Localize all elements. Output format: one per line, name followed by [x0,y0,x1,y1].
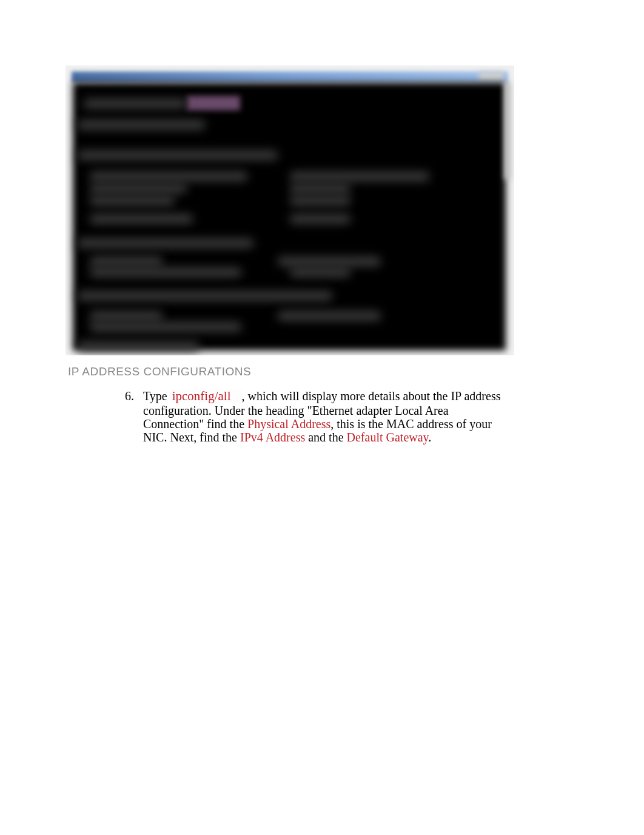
terminal-text-blur [78,120,205,130]
terminal-text-blur [84,99,187,109]
terminal-text-blur [90,322,241,332]
terminal-text-blur [290,214,351,224]
terminal-text-blur [78,238,253,248]
terminal-text-blur [278,311,381,321]
figure-caption: IP ADDRESS CONFIGURATIONS [68,365,251,378]
terminal-text-blur [78,150,278,160]
terminal-text-blur [78,291,332,301]
terminal-text-blur [90,214,193,224]
text-segment: . [428,431,431,444]
terminal-titlebar [72,72,508,82]
term-default-gateway: Default Gateway [347,431,429,444]
terminal-text-blur [90,267,241,277]
step-text: Type ipconfig/all, which will display mo… [143,389,507,444]
text-segment: and the [305,431,346,444]
highlighted-command-box: ipconfig/all [170,389,242,403]
terminal-text-blur [90,184,187,193]
text-segment: Type [143,389,170,403]
terminal-selection-highlight [187,96,240,110]
terminal-text-blur [90,196,175,206]
terminal-text-blur [78,341,199,351]
terminal-screenshot-figure [65,65,514,355]
terminal-text-blur [290,196,351,206]
instruction-step: 6. Type ipconfig/all, which will display… [126,389,507,444]
step-number: 6. [125,389,134,403]
terminal-text-blur [290,267,351,277]
terminal-text-blur [278,257,381,266]
terminal-scrollbar [505,82,511,179]
terminal-text-blur [290,184,351,193]
terminal-text-blur [90,257,163,266]
command-text: ipconfig/all [172,389,231,403]
term-physical-address: Physical Address [247,417,330,431]
terminal-text-blur [90,172,247,181]
term-ipv4-address: IPv4 Address [240,431,305,444]
terminal-text-blur [90,311,163,321]
terminal-text-blur [290,172,429,181]
window-close-icon [479,72,503,81]
